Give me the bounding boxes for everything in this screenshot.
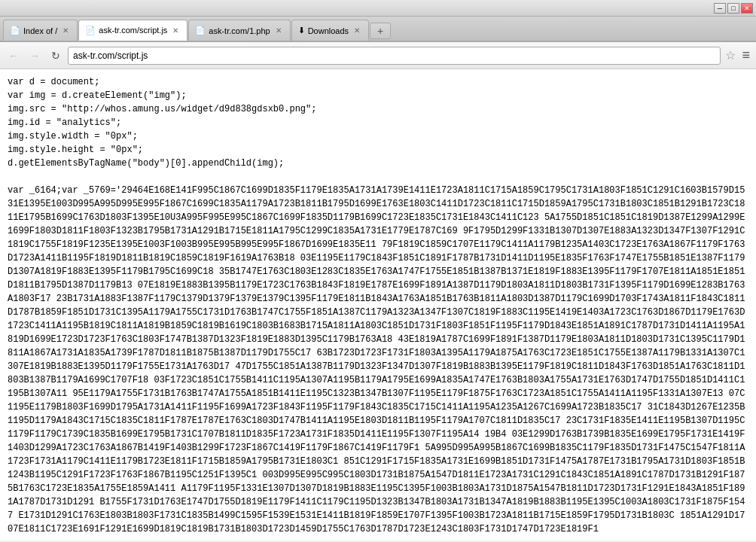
tab-index[interactable]: 📄 Index of / ✕ [3, 20, 78, 41]
tab-label-php: ask-tr.com/1.php [209, 26, 270, 35]
tab-label-index: Index of / [23, 26, 57, 35]
back-button[interactable]: ← [5, 47, 23, 65]
tab-close-downloads[interactable]: ✕ [352, 26, 362, 36]
menu-button[interactable]: ≡ [740, 46, 751, 65]
tab-close-scriptjs[interactable]: ✕ [170, 25, 181, 35]
nav-bar: ← → ↻ ☆ ≡ [0, 42, 756, 69]
maximize-button[interactable]: □ [727, 3, 739, 14]
address-bar[interactable] [68, 47, 721, 65]
bookmark-star[interactable]: ☆ [724, 47, 737, 64]
forward-button[interactable]: → [26, 47, 44, 65]
reload-button[interactable]: ↻ [47, 47, 65, 65]
tab-icon-downloads: ⬇ [298, 26, 305, 35]
close-button[interactable]: ✕ [741, 3, 753, 14]
new-tab-button[interactable]: + [370, 23, 391, 39]
tab-label-downloads: Downloads [308, 26, 349, 35]
tab-downloads[interactable]: ⬇ Downloads ✕ [291, 20, 369, 41]
content-area[interactable]: var d = document; var img = d.createElem… [0, 69, 756, 540]
tab-icon-scriptjs: 📄 [85, 26, 96, 35]
tab-icon-php: 📄 [195, 26, 206, 35]
minimize-button[interactable]: ─ [714, 3, 726, 14]
window-titlebar: ─ □ ✕ [0, 0, 756, 17]
tab-close-php[interactable]: ✕ [273, 26, 284, 36]
tab-scriptjs[interactable]: 📄 ask-tr.com/script.js ✕ [78, 20, 187, 41]
tab-label-scriptjs: ask-tr.com/script.js [99, 26, 167, 35]
window-controls[interactable]: ─ □ ✕ [714, 3, 753, 14]
tab-icon-index: 📄 [10, 26, 20, 35]
code-content: var d = document; var img = d.createElem… [8, 75, 748, 536]
tab-close-index[interactable]: ✕ [60, 26, 71, 36]
tab-php[interactable]: 📄 ask-tr.com/1.php ✕ [188, 20, 290, 41]
tab-bar: 📄 Index of / ✕ 📄 ask-tr.com/script.js ✕ … [0, 17, 756, 42]
